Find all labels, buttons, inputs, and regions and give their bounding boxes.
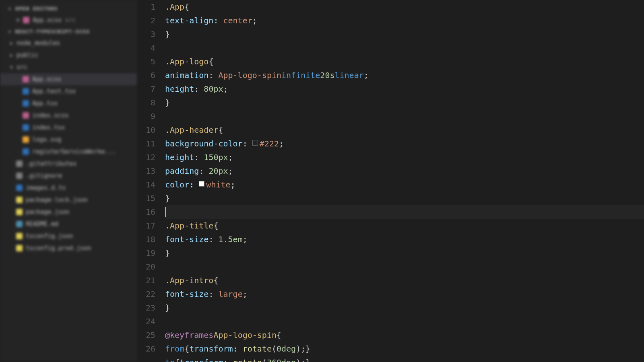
file-item[interactable]: README.md: [0, 218, 137, 230]
code-line[interactable]: [165, 109, 644, 123]
file-item[interactable]: .gitignore: [0, 170, 137, 182]
code-line[interactable]: height: 150px;: [165, 150, 644, 164]
code-line[interactable]: background-color: #222;: [165, 137, 644, 150]
line-number: 9: [137, 109, 155, 123]
code-line[interactable]: [165, 41, 644, 55]
code-line[interactable]: [165, 205, 644, 219]
line-number: 23: [137, 301, 155, 315]
file-explorer-sidebar[interactable]: ▾ OPEN EDITORS × App.scss src ▾ REACT-TY…: [0, 0, 137, 362]
text-cursor: [165, 207, 166, 217]
code-token-brace: {: [175, 356, 180, 362]
code-line[interactable]: .App-header {: [165, 123, 644, 137]
file-item[interactable]: .gitattributes: [0, 158, 137, 170]
file-item[interactable]: package-lock.json: [0, 194, 137, 206]
code-line[interactable]: [165, 315, 644, 328]
code-token-punct: ;: [364, 68, 369, 82]
code-editor[interactable]: 1234567891011121314151617181920212223242…: [137, 0, 644, 362]
file-item[interactable]: App.tsx: [0, 97, 137, 109]
project-label: REACT-TYPESCRIPT-SCSS: [15, 29, 90, 35]
code-token-punct: ;: [223, 82, 228, 96]
file-item[interactable]: index.tsx: [0, 121, 137, 134]
line-number: 25: [137, 328, 155, 342]
folder-item[interactable]: ▸public: [0, 49, 137, 61]
code-line[interactable]: height: 80px;: [165, 82, 644, 96]
chevron-down-icon: ▾: [8, 29, 15, 35]
file-item[interactable]: App.scss: [0, 73, 137, 85]
tree-item-label: README.md: [26, 220, 58, 228]
code-token-brace: {: [184, 0, 189, 14]
code-token-punct: ;: [243, 232, 248, 246]
code-token-prop: font-size: [165, 232, 208, 246]
code-line[interactable]: [165, 260, 644, 274]
color-swatch-icon[interactable]: [199, 181, 204, 187]
code-token-prop: height: [165, 82, 194, 96]
file-item[interactable]: App.test.tsx: [0, 85, 137, 97]
code-line[interactable]: font-size: 1.5em;: [165, 232, 644, 246]
ts-file-icon: [23, 148, 29, 155]
code-line[interactable]: }: [165, 301, 644, 315]
code-line[interactable]: to { transform: rotate(360deg); }: [165, 356, 644, 362]
chevron-right-icon: ▸: [10, 51, 13, 59]
code-token-const: from: [165, 342, 184, 356]
code-line[interactable]: }: [165, 96, 644, 109]
code-token-brace: }: [165, 27, 170, 41]
code-line[interactable]: .App-intro {: [165, 274, 644, 287]
code-line[interactable]: }: [165, 246, 644, 260]
line-number: 2: [137, 14, 155, 27]
code-token-punct: (: [272, 342, 277, 356]
code-token-selector: App-logo-spin: [213, 328, 277, 342]
code-line[interactable]: text-align: center;: [165, 14, 644, 27]
file-item[interactable]: registerServiceWorke...: [0, 146, 137, 158]
open-editors-header[interactable]: ▾ OPEN EDITORS: [0, 3, 137, 14]
code-content[interactable]: .App { text-align: center;}.App-logo { a…: [165, 0, 644, 362]
file-item[interactable]: logo.svg: [0, 134, 137, 146]
line-number: 7: [137, 82, 155, 96]
code-line[interactable]: padding: 20px;: [165, 164, 644, 178]
code-token-number: 360deg: [267, 356, 296, 362]
line-number: 19: [137, 246, 155, 260]
file-item[interactable]: index.scss: [0, 109, 137, 121]
scss-file-icon: [23, 17, 29, 23]
svg-file-icon: [23, 136, 29, 143]
line-number: 15: [137, 191, 155, 205]
code-line[interactable]: }: [165, 27, 644, 41]
line-number: 12: [137, 150, 155, 164]
code-line[interactable]: .App-title {: [165, 219, 644, 232]
file-item[interactable]: package.json: [0, 206, 137, 218]
folder-item[interactable]: ▾src: [0, 61, 137, 73]
json-file-icon: [16, 197, 23, 203]
json-file-icon: [16, 245, 23, 251]
file-item[interactable]: tsconfig.json: [0, 230, 137, 242]
code-line[interactable]: .App {: [165, 0, 644, 14]
code-line[interactable]: }: [165, 191, 644, 205]
code-token-brace: }: [165, 191, 170, 205]
code-token-number: 150px: [204, 150, 228, 164]
open-file-name: App.scss: [33, 16, 62, 24]
code-line[interactable]: animation: App-logo-spin infinite 20s li…: [165, 68, 644, 82]
tree-item-label: tsconfig.json: [26, 232, 73, 240]
line-number: 13: [137, 164, 155, 178]
color-swatch-icon[interactable]: [252, 140, 258, 146]
open-editor-item[interactable]: × App.scss src: [0, 14, 137, 26]
file-item[interactable]: images.d.ts: [0, 182, 137, 194]
tree-item-label: App.test.tsx: [32, 88, 76, 95]
code-line[interactable]: from { transform: rotate(0deg); }: [165, 342, 644, 356]
close-icon[interactable]: ×: [16, 16, 20, 24]
code-token-const: to: [165, 356, 175, 362]
file-item[interactable]: tsconfig.prod.json: [0, 242, 137, 254]
code-line[interactable]: .App-logo {: [165, 55, 644, 68]
code-line[interactable]: color: white;: [165, 178, 644, 191]
code-line[interactable]: @keyframes App-logo-spin {: [165, 328, 644, 342]
generic-file-icon: [16, 160, 23, 167]
json-file-icon: [16, 233, 23, 239]
ts-file-icon: [23, 88, 29, 95]
code-token-prop: text-align: [165, 14, 213, 27]
code-token-brace: {: [213, 219, 218, 232]
line-number: 16: [137, 205, 155, 219]
project-header[interactable]: ▾ REACT-TYPESCRIPT-SCSS: [0, 26, 137, 37]
code-line[interactable]: font-size: large;: [165, 287, 644, 301]
code-token-punct: :: [194, 150, 204, 164]
line-number: 3: [137, 27, 155, 41]
folder-item[interactable]: ▸node_modules: [0, 37, 137, 49]
code-token-value: large: [218, 287, 242, 301]
